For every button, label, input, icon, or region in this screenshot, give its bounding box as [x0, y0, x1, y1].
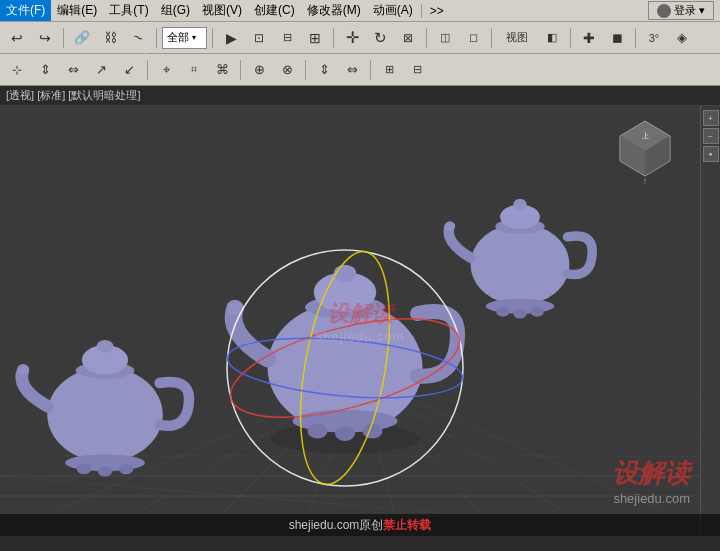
- menu-create[interactable]: 创建(C): [248, 0, 301, 21]
- tb2-sep4: [370, 60, 371, 80]
- render-prod-button[interactable]: ◧: [539, 26, 565, 50]
- tb2-btn8[interactable]: ⌘: [209, 58, 235, 82]
- tb-sep5: [426, 28, 427, 48]
- tb-sep6: [491, 28, 492, 48]
- move-button[interactable]: ✛: [339, 26, 365, 50]
- tb2-btn11[interactable]: ⇕: [311, 58, 337, 82]
- svg-point-44: [513, 309, 526, 319]
- rotate-button[interactable]: ↻: [367, 26, 393, 50]
- svg-text:上: 上: [642, 132, 649, 139]
- tb2-btn7[interactable]: ⌗: [181, 58, 207, 82]
- svg-point-39: [513, 199, 526, 210]
- tb2-btn2[interactable]: ⇕: [32, 58, 58, 82]
- snap-button[interactable]: ◫: [432, 26, 458, 50]
- tb2-btn10[interactable]: ⊗: [274, 58, 300, 82]
- tb2-btn3[interactable]: ⇔: [60, 58, 86, 82]
- tb2-btn6[interactable]: ⌖: [153, 58, 179, 82]
- tb-sep1: [63, 28, 64, 48]
- svg-point-24: [119, 464, 134, 475]
- toolbar-row2: ⊹ ⇕ ⇔ ↗ ↙ ⌖ ⌗ ⌘ ⊕ ⊗ ⇕ ⇔ ⊞ ⊟: [0, 54, 720, 86]
- add-button[interactable]: ✚: [576, 26, 602, 50]
- tb-sep3: [212, 28, 213, 48]
- user-icon: [657, 4, 671, 18]
- redo-button[interactable]: ↪: [32, 26, 58, 50]
- tb2-btn9[interactable]: ⊕: [246, 58, 272, 82]
- tb2-btn12[interactable]: ⇔: [339, 58, 365, 82]
- tb2-sep1: [147, 60, 148, 80]
- svg-point-34: [363, 424, 383, 439]
- menu-group[interactable]: 组(G): [155, 0, 196, 21]
- menu-file[interactable]: 文件(F): [0, 0, 51, 21]
- tb2-btn4[interactable]: ↗: [88, 58, 114, 82]
- tb2-btn5[interactable]: ↙: [116, 58, 142, 82]
- svg-point-25: [98, 466, 113, 477]
- toolbar-row1: ↩ ↪ 🔗 ⛓ ~ 全部 ▾ ▶ ⊡ ⊟ ⊞ ✛ ↻ ⊠ ◫ ◻ 视图 ◧ ✚ …: [0, 22, 720, 54]
- viewport[interactable]: 设解读 shejiedu.com 设解读 shejiedu.com 上 ↑ + …: [0, 106, 720, 536]
- menu-view[interactable]: 视图(V): [196, 0, 248, 21]
- lasso-button[interactable]: ⊞: [302, 26, 328, 50]
- tb-sep8: [635, 28, 636, 48]
- menu-anim[interactable]: 动画(A): [367, 0, 419, 21]
- copyright-bar: shejiedu.com原创 禁止转载: [0, 514, 720, 536]
- svg-point-20: [97, 340, 114, 353]
- login-area: 登录 ▾: [642, 0, 720, 21]
- link-button[interactable]: 🔗: [69, 26, 95, 50]
- viewport-label: [透视] [标准] [默认明暗处理]: [0, 86, 720, 106]
- select-all-dropdown[interactable]: 全部 ▾: [162, 27, 207, 49]
- unlink-button[interactable]: ⛓: [97, 26, 123, 50]
- rt-btn2[interactable]: −: [703, 128, 719, 144]
- bind-button[interactable]: ~: [122, 22, 155, 53]
- tb2-sep3: [305, 60, 306, 80]
- login-button[interactable]: 登录 ▾: [648, 1, 714, 20]
- tb-sep4: [333, 28, 334, 48]
- svg-point-30: [334, 265, 357, 283]
- navigation-cube[interactable]: 上 ↑: [610, 116, 680, 186]
- layer-button[interactable]: ◼: [604, 26, 630, 50]
- menu-modifier[interactable]: 修改器(M): [301, 0, 367, 21]
- right-toolbar: + − ●: [700, 106, 720, 536]
- svg-point-35: [335, 426, 355, 441]
- menu-more[interactable]: >>: [424, 0, 450, 21]
- rt-btn1[interactable]: +: [703, 110, 719, 126]
- tb-sep2: [156, 28, 157, 48]
- tb2-sep2: [240, 60, 241, 80]
- svg-point-42: [496, 307, 509, 317]
- menu-bar: 文件(F) 编辑(E) 工具(T) 组(G) 视图(V) 创建(C) 修改器(M…: [0, 0, 720, 22]
- menu-tools[interactable]: 工具(T): [103, 0, 154, 21]
- tb2-btn14[interactable]: ⊟: [404, 58, 430, 82]
- select-tool-button[interactable]: ▶: [218, 26, 244, 50]
- svg-text:↑: ↑: [643, 176, 648, 186]
- select-mode-button[interactable]: ⊟: [274, 26, 300, 50]
- menu-separator: [421, 4, 422, 18]
- tb2-btn13[interactable]: ⊞: [376, 58, 402, 82]
- svg-point-17: [47, 367, 163, 462]
- scale-button[interactable]: ⊠: [395, 26, 421, 50]
- menu-edit[interactable]: 编辑(E): [51, 0, 103, 21]
- region-select-button[interactable]: ⊡: [246, 26, 272, 50]
- svg-point-43: [530, 307, 543, 317]
- svg-point-36: [471, 224, 570, 306]
- angle-button[interactable]: 3°: [641, 26, 667, 50]
- svg-point-23: [77, 464, 92, 475]
- rt-btn3[interactable]: ●: [703, 146, 719, 162]
- undo-button[interactable]: ↩: [4, 26, 30, 50]
- tb-sep7: [570, 28, 571, 48]
- dropdown-arrow-icon: ▾: [192, 33, 196, 42]
- extra-button[interactable]: ◈: [669, 26, 695, 50]
- render-view-button[interactable]: 视图: [497, 26, 537, 50]
- angle-snap-button[interactable]: ◻: [460, 26, 486, 50]
- svg-point-33: [308, 424, 328, 439]
- tb2-btn1[interactable]: ⊹: [4, 58, 30, 82]
